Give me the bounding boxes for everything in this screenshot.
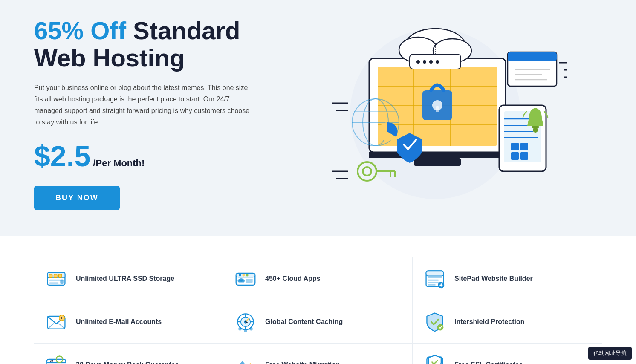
features-grid: Unlimited ULTRA SSD Storage 450+ Cloud A… bbox=[34, 257, 602, 364]
svg-point-18 bbox=[423, 60, 426, 64]
hero-svg bbox=[303, 24, 567, 203]
svg-rect-12 bbox=[436, 106, 439, 112]
svg-rect-40 bbox=[511, 152, 519, 160]
price-period: /Per Month! bbox=[93, 158, 145, 169]
svg-rect-78 bbox=[428, 280, 439, 281]
feature-label-money-back: 30 Days Money Back Guarantee bbox=[76, 361, 179, 364]
watermark: 亿动网址导航 bbox=[588, 347, 632, 360]
svg-rect-41 bbox=[520, 152, 528, 160]
feature-label-email: Unlimited E-Mail Accounts bbox=[76, 318, 162, 326]
svg-point-68 bbox=[243, 274, 245, 277]
svg-point-99 bbox=[437, 324, 444, 331]
svg-rect-4 bbox=[414, 158, 461, 166]
feature-label-cloud-apps: 450+ Cloud Apps bbox=[265, 275, 321, 283]
svg-point-19 bbox=[429, 60, 433, 64]
caching-icon bbox=[234, 310, 257, 334]
svg-point-23 bbox=[363, 167, 371, 176]
svg-rect-38 bbox=[511, 143, 519, 150]
hero-illustration-area bbox=[269, 24, 602, 203]
money-back-icon: 30 bbox=[44, 353, 68, 364]
svg-point-67 bbox=[239, 274, 241, 277]
feature-item-ssl: SSL Free SSL Certificates bbox=[413, 344, 602, 364]
hero-title: 65% Off StandardWeb Hosting bbox=[34, 17, 269, 72]
svg-rect-61 bbox=[59, 274, 62, 277]
shield-icon bbox=[423, 310, 447, 334]
feature-item-cloud-apps: 450+ Cloud Apps bbox=[223, 257, 413, 300]
hero-content: 65% Off StandardWeb Hosting Put your bus… bbox=[34, 17, 269, 210]
sitepad-icon bbox=[423, 267, 447, 291]
hero-illustration bbox=[303, 24, 567, 203]
svg-rect-63 bbox=[49, 283, 58, 284]
hero-price-block: $2.5 /Per Month! bbox=[34, 142, 269, 170]
features-section: Unlimited ULTRA SSD Storage 450+ Cloud A… bbox=[0, 236, 636, 364]
svg-rect-77 bbox=[428, 277, 442, 279]
svg-text:30: 30 bbox=[50, 359, 53, 362]
ssd-icon bbox=[44, 267, 68, 291]
svg-point-51 bbox=[533, 127, 538, 133]
svg-rect-64 bbox=[60, 280, 63, 284]
svg-rect-80 bbox=[428, 284, 436, 286]
feature-label-intershield: Intershield Protection bbox=[454, 318, 524, 326]
feature-label-ssd-storage: Unlimited ULTRA SSD Storage bbox=[76, 275, 174, 283]
svg-point-69 bbox=[246, 274, 249, 277]
migration-icon bbox=[234, 353, 257, 364]
svg-text:+: + bbox=[61, 316, 63, 321]
feature-label-sitepad: SitePad Website Builder bbox=[454, 275, 533, 283]
hero-title-highlight: 65% Off bbox=[34, 17, 126, 44]
svg-rect-39 bbox=[520, 143, 528, 150]
hero-description: Put your business online or blog about t… bbox=[34, 82, 252, 128]
feature-label-ssl: Free SSL Certificates bbox=[454, 361, 523, 364]
email-icon: + bbox=[44, 310, 68, 334]
feature-item-ssd-storage: Unlimited ULTRA SSD Storage bbox=[34, 257, 223, 300]
feature-label-migration: Free Website Migration bbox=[265, 361, 340, 364]
feature-item-money-back: 30 30 Days Money Back Guarantee bbox=[34, 344, 223, 364]
svg-point-17 bbox=[416, 60, 420, 64]
feature-item-migration: Free Website Migration bbox=[223, 344, 413, 364]
svg-point-20 bbox=[436, 60, 439, 64]
svg-rect-3 bbox=[369, 152, 506, 158]
feature-item-intershield: Intershield Protection bbox=[413, 300, 602, 344]
svg-point-74 bbox=[241, 280, 245, 283]
hero-section: 65% Off StandardWeb Hosting Put your bus… bbox=[0, 0, 636, 236]
feature-item-email: + Unlimited E-Mail Accounts bbox=[34, 300, 223, 344]
svg-rect-76 bbox=[426, 271, 444, 276]
svg-rect-43 bbox=[508, 52, 557, 61]
feature-item-sitepad: SitePad Website Builder bbox=[413, 257, 602, 300]
price-amount: $2.5 bbox=[34, 142, 90, 170]
svg-rect-71 bbox=[246, 279, 253, 283]
svg-rect-59 bbox=[49, 274, 52, 277]
svg-rect-60 bbox=[54, 274, 57, 277]
svg-point-98 bbox=[249, 327, 252, 330]
feature-item-caching: Global Content Caching bbox=[223, 300, 413, 344]
svg-point-96 bbox=[238, 327, 241, 330]
ssl-icon: SSL bbox=[423, 353, 447, 364]
feature-label-caching: Global Content Caching bbox=[265, 318, 343, 326]
svg-rect-79 bbox=[428, 282, 440, 283]
cloud-apps-icon bbox=[234, 267, 257, 291]
svg-point-97 bbox=[244, 329, 247, 332]
buy-now-button[interactable]: BUY NOW bbox=[34, 186, 120, 210]
